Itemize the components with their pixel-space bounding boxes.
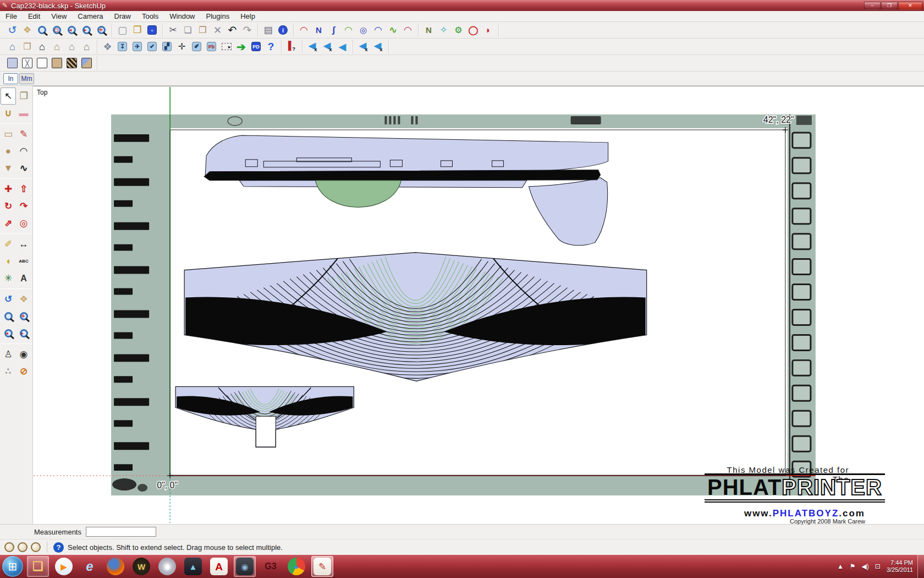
taskbar-item-cad-viewer[interactable]: ▲ [182,556,204,577]
edit-curve-button[interactable]: N [421,23,436,37]
shaded-style-button[interactable] [50,56,64,70]
taskbar-item-wow[interactable]: W [130,556,152,577]
units-mm-button[interactable]: Mm [19,73,34,84]
credits-icon[interactable] [18,542,28,552]
menu-draw[interactable]: Draw [109,11,136,21]
phlat-go-button[interactable]: ➔ [234,40,249,53]
bezier-spiral-button[interactable]: ◎ [356,23,371,37]
line-tool[interactable]: ✎ [16,126,31,143]
front-view-button[interactable]: ⌂ [35,40,50,53]
rotate-tool[interactable]: ↻ [1,198,16,215]
taskbar-item-explorer[interactable]: ❏ [27,556,49,577]
make-component-tool[interactable]: ❐ [16,88,31,105]
polygon-points-button[interactable]: ✧ [436,23,451,37]
taskbar-item-internet-explorer[interactable]: e [79,556,101,577]
phlat-select-button[interactable]: ▸ [219,40,234,53]
geolocation-icon[interactable] [4,542,14,552]
eraser-tool[interactable]: ▬ [16,105,31,122]
bezier-polyline-button[interactable]: ∿ [386,23,400,37]
shape-tool-button[interactable]: ◗ [481,23,496,37]
zoom-tool[interactable] [1,308,16,325]
menu-help[interactable]: Help [235,11,261,21]
taskbar-clock[interactable]: 7:44 PM 3/25/2011 [887,559,913,574]
right-view-button[interactable]: ⌂ [79,40,94,53]
orbit-tool[interactable]: ↺ [1,291,16,308]
blue-flag-2-button[interactable]: ◀x [320,40,335,53]
save-file-button[interactable]: ▫ [145,23,160,37]
temp-probe-button[interactable]: ▌? [284,40,299,53]
bezier-s-curve-button[interactable]: ʃ [326,23,341,37]
units-in-button[interactable]: In [3,73,18,84]
hidden-line-style-button[interactable] [35,56,50,70]
orbit-button[interactable]: ↺ [5,23,20,37]
phlat-folder-button[interactable]: ❖ [100,40,115,53]
zoom-extents-button[interactable]: ✛ [94,23,109,37]
open-file-button[interactable]: ❐ [130,23,145,37]
back-view-button[interactable]: ⌂ [50,40,64,53]
freehand-tool[interactable]: ∿ [16,160,31,177]
ellipse-tool-button[interactable]: ◯ [466,23,481,37]
phlatprinter-logo[interactable]: PHLATPRINTER [705,473,885,503]
menu-window[interactable]: Window [164,11,200,21]
select-tool[interactable]: ↖ [1,88,16,105]
tray-volume-icon[interactable]: ◀) [862,563,869,570]
bezier-red-arc-button[interactable]: ◠ [400,23,415,37]
phlat-pages-button[interactable]: ▞ [160,40,174,53]
maximize-button[interactable]: ❐ [881,2,898,10]
3d-text-tool[interactable]: A [16,270,31,287]
zoom-next-button[interactable]: ▸ [79,23,94,37]
taskbar-item-g3[interactable]: G3 [260,556,282,577]
section-plane-tool[interactable]: ⊘ [16,363,31,380]
bezier-blue-arc-button[interactable]: ◠ [371,23,386,37]
taskbar-item-sketchup[interactable]: ✎ [311,556,333,577]
zoom-button[interactable] [35,23,50,37]
pan-tool[interactable]: ❖ [16,291,31,308]
measurements-input[interactable] [86,527,156,537]
textured-style-button[interactable] [64,56,79,70]
tray-flag-icon[interactable]: ⚑ [850,563,856,570]
axes-tool[interactable]: ✳ [1,270,16,287]
polygon-tool[interactable]: ▼ [1,160,16,177]
position-camera-tool[interactable]: ♙ [1,346,16,363]
cut-button[interactable]: ✂ [166,23,180,37]
top-view-button[interactable]: ⌂ [64,40,79,53]
zoom-window-button[interactable]: ▢ [50,23,64,37]
bezier-green-arc-button[interactable]: ◠ [341,23,356,37]
bezier-arc-button[interactable]: ◠ [296,23,311,37]
menu-view[interactable]: View [46,11,72,21]
protractor-tool[interactable]: ◖ [1,253,16,270]
phlat-check-button[interactable]: ✔ [145,40,160,53]
sign-in-icon[interactable] [31,542,41,552]
zoom-previous-button[interactable]: ◂ [64,23,79,37]
taskbar-item-autocad[interactable]: A [208,556,230,577]
blue-flag-3-button[interactable]: ◀ [335,40,350,53]
follow-me-tool[interactable]: ↷ [16,198,31,215]
redo-button[interactable]: ↷ [240,23,255,37]
fuselage-black-stripe[interactable] [204,170,600,181]
iso-view-button[interactable]: ⌂ [5,40,20,53]
blue-flag-1-button[interactable]: ◀x [305,40,320,53]
xray-style-button[interactable] [5,56,20,70]
blue-flag-5-button[interactable]: ◀x [371,40,386,53]
phlat-axis-button[interactable]: ✛ [174,40,189,53]
scale-tool[interactable]: ⇗ [1,215,16,232]
close-button[interactable]: ✕ [898,2,922,10]
circle-tool[interactable]: ● [1,143,16,160]
stabilizer-tab-notch[interactable] [256,416,276,447]
zoom-extents-tool[interactable]: ✛ [16,308,31,325]
phlatboyz-button[interactable]: Pb [204,40,219,53]
paste-button[interactable]: ❒ [195,23,210,37]
zoom-previous-tool[interactable]: ◂ [1,325,16,342]
phlat-pencil-button[interactable]: ✐ [189,40,204,53]
phlat-pd-button[interactable]: PD [249,40,263,53]
new-file-button[interactable]: ▢ [115,23,130,37]
model-viewport[interactable]: 42", 22" 0", 0" Top This Model was Creat… [33,86,924,524]
monochrome-style-button[interactable] [79,56,94,70]
paint-bucket-tool[interactable]: ∪ [1,105,16,122]
show-desktop-button[interactable] [917,555,924,578]
taskbar-item-photo-viewer[interactable]: ◉ [234,556,256,577]
walk-tool[interactable]: ∴ [1,363,16,380]
delete-button[interactable]: ✕ [210,23,225,37]
look-around-tool[interactable]: ◉ [16,346,31,363]
minimize-button[interactable]: – [864,2,881,10]
